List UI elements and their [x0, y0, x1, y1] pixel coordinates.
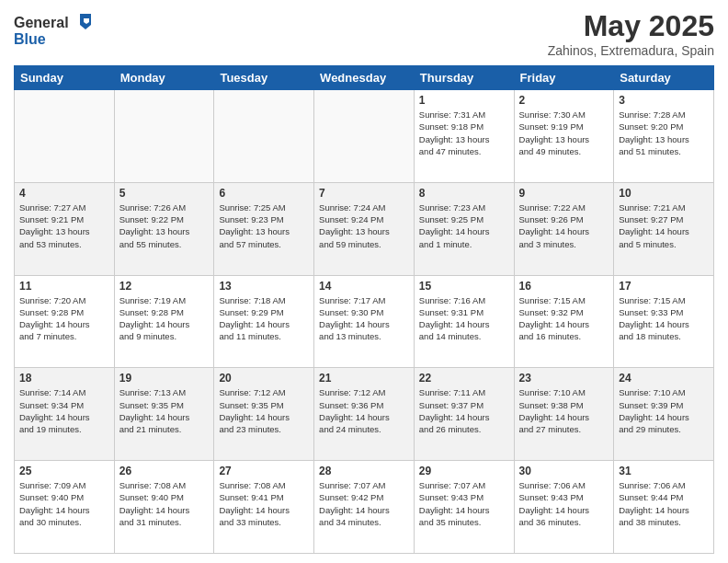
day-number: 18: [19, 372, 109, 385]
calendar-cell: 25Sunrise: 7:09 AMSunset: 9:40 PMDayligh…: [15, 461, 115, 554]
day-info: Sunrise: 7:30 AMSunset: 9:19 PMDaylight:…: [519, 109, 609, 157]
day-number: 20: [219, 372, 309, 385]
day-info: Sunrise: 7:26 AMSunset: 9:22 PMDaylight:…: [119, 201, 210, 250]
day-number: 13: [219, 280, 309, 293]
day-info: Sunrise: 7:15 AMSunset: 9:33 PMDaylight:…: [619, 294, 709, 343]
day-number: 24: [619, 372, 709, 385]
calendar-cell: 9Sunrise: 7:22 AMSunset: 9:26 PMDaylight…: [514, 182, 614, 275]
calendar-cell: [214, 90, 314, 183]
calendar-cell: 3Sunrise: 7:28 AMSunset: 9:20 PMDaylight…: [614, 90, 714, 183]
day-info: Sunrise: 7:16 AMSunset: 9:31 PMDaylight:…: [419, 294, 509, 343]
calendar-cell: 16Sunrise: 7:15 AMSunset: 9:32 PMDayligh…: [514, 275, 614, 368]
calendar-header-friday: Friday: [514, 66, 614, 90]
logo-block: General Blue: [14, 9, 97, 54]
day-info: Sunrise: 7:08 AMSunset: 9:41 PMDaylight:…: [219, 479, 309, 528]
calendar-header-thursday: Thursday: [414, 66, 514, 90]
calendar-cell: 23Sunrise: 7:10 AMSunset: 9:38 PMDayligh…: [514, 368, 614, 461]
day-number: 14: [319, 280, 409, 293]
day-info: Sunrise: 7:28 AMSunset: 9:20 PMDaylight:…: [619, 109, 709, 157]
calendar-header-saturday: Saturday: [614, 66, 714, 90]
day-info: Sunrise: 7:27 AMSunset: 9:21 PMDaylight:…: [19, 201, 109, 250]
day-info: Sunrise: 7:06 AMSunset: 9:44 PMDaylight:…: [619, 479, 709, 528]
day-number: 26: [119, 465, 210, 477]
day-info: Sunrise: 7:17 AMSunset: 9:30 PMDaylight:…: [319, 294, 409, 343]
day-number: 31: [619, 465, 709, 477]
calendar-cell: 1Sunrise: 7:31 AMSunset: 9:18 PMDaylight…: [414, 90, 514, 183]
day-info: Sunrise: 7:21 AMSunset: 9:27 PMDaylight:…: [619, 201, 709, 250]
calendar-header-monday: Monday: [114, 66, 214, 90]
day-number: 11: [19, 280, 109, 293]
day-number: 17: [619, 280, 709, 293]
day-info: Sunrise: 7:10 AMSunset: 9:38 PMDaylight:…: [519, 386, 609, 435]
day-number: 28: [319, 465, 409, 477]
day-info: Sunrise: 7:25 AMSunset: 9:23 PMDaylight:…: [219, 201, 309, 250]
calendar-table: SundayMondayTuesdayWednesdayThursdayFrid…: [14, 65, 714, 554]
day-info: Sunrise: 7:10 AMSunset: 9:39 PMDaylight:…: [619, 386, 709, 435]
calendar-cell: 30Sunrise: 7:06 AMSunset: 9:43 PMDayligh…: [514, 461, 614, 554]
day-number: 9: [519, 187, 609, 200]
day-info: Sunrise: 7:20 AMSunset: 9:28 PMDaylight:…: [19, 294, 109, 343]
calendar-cell: 7Sunrise: 7:24 AMSunset: 9:24 PMDaylight…: [314, 182, 415, 275]
day-number: 25: [19, 465, 109, 477]
calendar-cell: 18Sunrise: 7:14 AMSunset: 9:34 PMDayligh…: [15, 368, 115, 461]
calendar-cell: 26Sunrise: 7:08 AMSunset: 9:40 PMDayligh…: [114, 461, 214, 554]
day-number: 7: [319, 187, 409, 200]
calendar-week-2: 4Sunrise: 7:27 AMSunset: 9:21 PMDaylight…: [15, 182, 714, 275]
calendar-cell: 29Sunrise: 7:07 AMSunset: 9:43 PMDayligh…: [414, 461, 514, 554]
day-info: Sunrise: 7:12 AMSunset: 9:35 PMDaylight:…: [219, 386, 309, 435]
calendar-cell: 31Sunrise: 7:06 AMSunset: 9:44 PMDayligh…: [614, 461, 714, 554]
calendar-cell: 20Sunrise: 7:12 AMSunset: 9:35 PMDayligh…: [214, 368, 314, 461]
day-info: Sunrise: 7:14 AMSunset: 9:34 PMDaylight:…: [19, 386, 109, 435]
page: General Blue May 2025 Zahinos, Extremadu…: [0, 0, 728, 563]
day-info: Sunrise: 7:07 AMSunset: 9:43 PMDaylight:…: [419, 479, 509, 528]
calendar-cell: 6Sunrise: 7:25 AMSunset: 9:23 PMDaylight…: [214, 182, 314, 275]
calendar-cell: 28Sunrise: 7:07 AMSunset: 9:42 PMDayligh…: [314, 461, 415, 554]
calendar-week-3: 11Sunrise: 7:20 AMSunset: 9:28 PMDayligh…: [15, 275, 714, 368]
calendar-cell: 13Sunrise: 7:18 AMSunset: 9:29 PMDayligh…: [214, 275, 314, 368]
calendar-cell: 15Sunrise: 7:16 AMSunset: 9:31 PMDayligh…: [414, 275, 514, 368]
day-info: Sunrise: 7:31 AMSunset: 9:18 PMDaylight:…: [419, 109, 509, 157]
month-title: May 2025: [548, 9, 714, 43]
calendar-cell: [314, 90, 415, 183]
calendar-week-1: 1Sunrise: 7:31 AMSunset: 9:18 PMDaylight…: [15, 90, 714, 183]
calendar-cell: 24Sunrise: 7:10 AMSunset: 9:39 PMDayligh…: [614, 368, 714, 461]
day-number: 8: [419, 187, 509, 200]
calendar-header-wednesday: Wednesday: [314, 66, 415, 90]
calendar-week-4: 18Sunrise: 7:14 AMSunset: 9:34 PMDayligh…: [15, 368, 714, 461]
calendar-cell: 19Sunrise: 7:13 AMSunset: 9:35 PMDayligh…: [114, 368, 214, 461]
day-info: Sunrise: 7:13 AMSunset: 9:35 PMDaylight:…: [119, 386, 210, 435]
day-info: Sunrise: 7:24 AMSunset: 9:24 PMDaylight:…: [319, 201, 409, 250]
day-number: 19: [119, 372, 210, 385]
location: Zahinos, Extremadura, Spain: [548, 43, 714, 58]
day-number: 15: [419, 280, 509, 293]
calendar-cell: 4Sunrise: 7:27 AMSunset: 9:21 PMDaylight…: [15, 182, 115, 275]
day-number: 4: [19, 187, 109, 200]
day-info: Sunrise: 7:23 AMSunset: 9:25 PMDaylight:…: [419, 201, 509, 250]
day-number: 27: [219, 465, 309, 477]
day-number: 16: [519, 280, 609, 293]
day-number: 12: [119, 280, 210, 293]
calendar-cell: 21Sunrise: 7:12 AMSunset: 9:36 PMDayligh…: [314, 368, 415, 461]
day-info: Sunrise: 7:18 AMSunset: 9:29 PMDaylight:…: [219, 294, 309, 343]
day-number: 5: [119, 187, 210, 200]
svg-text:General: General: [14, 15, 69, 30]
calendar-cell: 22Sunrise: 7:11 AMSunset: 9:37 PMDayligh…: [414, 368, 514, 461]
title-section: May 2025 Zahinos, Extremadura, Spain: [548, 9, 714, 58]
day-info: Sunrise: 7:12 AMSunset: 9:36 PMDaylight:…: [319, 386, 409, 435]
calendar-cell: 11Sunrise: 7:20 AMSunset: 9:28 PMDayligh…: [15, 275, 115, 368]
day-number: 21: [319, 372, 409, 385]
day-number: 3: [619, 94, 709, 107]
calendar-cell: 17Sunrise: 7:15 AMSunset: 9:33 PMDayligh…: [614, 275, 714, 368]
day-info: Sunrise: 7:07 AMSunset: 9:42 PMDaylight:…: [319, 479, 409, 528]
day-info: Sunrise: 7:06 AMSunset: 9:43 PMDaylight:…: [519, 479, 609, 528]
calendar-header-sunday: Sunday: [15, 66, 115, 90]
calendar-cell: 10Sunrise: 7:21 AMSunset: 9:27 PMDayligh…: [614, 182, 714, 275]
day-number: 10: [619, 187, 709, 200]
logo: General Blue: [14, 9, 97, 54]
calendar-cell: 8Sunrise: 7:23 AMSunset: 9:25 PMDaylight…: [414, 182, 514, 275]
day-number: 1: [419, 94, 509, 107]
calendar-cell: [114, 90, 214, 183]
day-number: 2: [519, 94, 609, 107]
calendar-header-row: SundayMondayTuesdayWednesdayThursdayFrid…: [15, 66, 714, 90]
day-number: 6: [219, 187, 309, 200]
